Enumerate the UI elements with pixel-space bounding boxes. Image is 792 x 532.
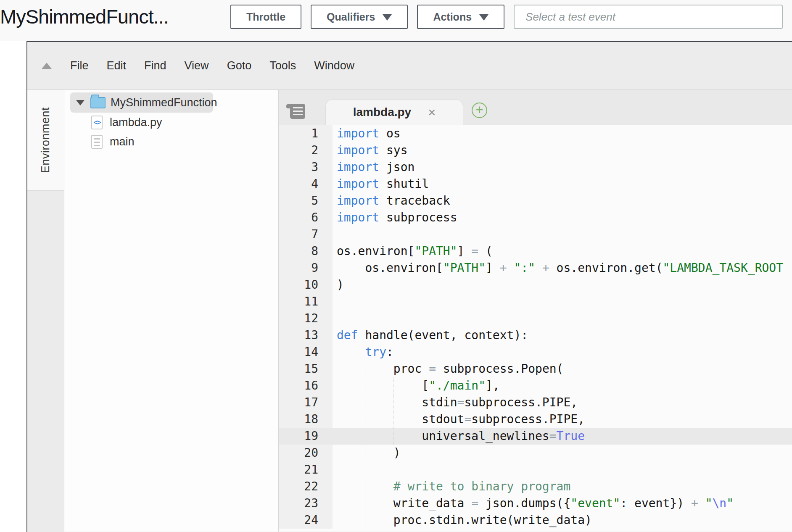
environment-sidebar: Environment xyxy=(27,90,64,532)
menu-window[interactable]: Window xyxy=(314,59,354,72)
tab-bar: lambda.py × + xyxy=(279,90,792,125)
code-line-17[interactable]: 17 stdin=subprocess.PIPE, xyxy=(279,394,792,411)
line-number: 9 xyxy=(279,260,333,277)
test-event-placeholder: Select a test event xyxy=(525,11,615,24)
tab-list-icon[interactable] xyxy=(290,104,305,119)
workspace: Environment MyShimmedFunction <>lambda.p… xyxy=(27,90,792,532)
code-line-23[interactable]: 23 write_data = json.dumps({"event": eve… xyxy=(279,495,792,512)
code-file-icon: <> xyxy=(91,116,103,129)
code-line-3[interactable]: 3import json xyxy=(279,159,792,176)
editor-pane: lambda.py × + 1import os2import sys3impo… xyxy=(279,90,792,532)
line-number: 2 xyxy=(279,142,333,159)
file-tree: MyShimmedFunction <>lambda.pymain xyxy=(64,90,279,532)
code-line-text: stdout=subprocess.PIPE, xyxy=(333,411,792,428)
folder-icon xyxy=(90,97,106,108)
indent-guide xyxy=(393,394,394,411)
code-line-7[interactable]: 7 xyxy=(279,226,792,243)
code-line-13[interactable]: 13def handle(event, context): xyxy=(279,327,792,344)
close-tab-icon[interactable]: × xyxy=(428,106,436,119)
code-line-9[interactable]: 9 os.environ["PATH"] + ":" + os.environ.… xyxy=(279,260,792,277)
indent-guide xyxy=(365,495,365,512)
code-line-4[interactable]: 4import shutil xyxy=(279,176,792,192)
code-line-text xyxy=(333,461,792,478)
menu-view[interactable]: View xyxy=(185,59,209,72)
menu-goto[interactable]: Goto xyxy=(227,59,252,72)
code-line-2[interactable]: 2import sys xyxy=(279,142,792,159)
disclosure-triangle-icon[interactable] xyxy=(76,100,84,105)
menu-tools[interactable]: Tools xyxy=(269,59,296,72)
code-line-11[interactable]: 11 xyxy=(279,293,792,310)
line-number: 3 xyxy=(279,159,333,176)
indent-guide xyxy=(365,394,365,411)
indent-guide xyxy=(365,377,365,394)
code-line-text: proc = subprocess.Popen( xyxy=(333,361,792,377)
line-number: 20 xyxy=(279,445,333,461)
code-line-10[interactable]: 10) xyxy=(279,277,792,293)
code-line-text: import os xyxy=(333,125,792,142)
line-number: 5 xyxy=(279,192,333,209)
indent-guide xyxy=(393,411,394,428)
code-line-text: def handle(event, context): xyxy=(333,327,792,344)
code-line-6[interactable]: 6import subprocess xyxy=(279,209,792,226)
code-line-21[interactable]: 21 xyxy=(279,461,792,478)
indent-guide xyxy=(365,428,365,445)
line-number: 7 xyxy=(279,226,333,243)
code-brackets-glyph: <> xyxy=(93,118,100,126)
code-line-19[interactable]: 19 universal_newlines=True xyxy=(279,428,792,445)
code-line-text: import shutil xyxy=(333,176,792,192)
text-file-icon xyxy=(91,135,103,149)
tree-file-main[interactable]: main xyxy=(91,132,278,151)
caret-down-icon xyxy=(479,14,488,21)
line-number: 22 xyxy=(279,478,333,495)
code-line-text: # write to binary program xyxy=(333,478,792,495)
code-line-text: os.environ["PATH"] = ( xyxy=(333,243,792,260)
menu-file[interactable]: File xyxy=(70,59,89,72)
menu-bar: FileEditFindViewGotoToolsWindow xyxy=(27,42,792,90)
code-line-12[interactable]: 12 xyxy=(279,310,792,327)
line-number: 15 xyxy=(279,361,333,377)
qualifiers-button[interactable]: Qualifiers xyxy=(311,5,408,29)
code-line-18[interactable]: 18 stdout=subprocess.PIPE, xyxy=(279,411,792,428)
line-number: 8 xyxy=(279,243,333,260)
code-line-text: proc.stdin.write(write_data) xyxy=(333,512,792,529)
new-tab-icon[interactable]: + xyxy=(472,103,487,118)
throttle-button[interactable]: Throttle xyxy=(230,5,301,29)
code-line-text: import traceback xyxy=(333,192,792,209)
code-line-8[interactable]: 8os.environ["PATH"] = ( xyxy=(279,243,792,260)
code-line-20[interactable]: 20 ) xyxy=(279,445,792,461)
line-number: 23 xyxy=(279,495,333,512)
environment-tab[interactable]: Environment xyxy=(27,90,64,191)
actions-button[interactable]: Actions xyxy=(417,5,504,29)
test-event-select[interactable]: Select a test event xyxy=(514,5,783,29)
folder-name: MyShimmedFunction xyxy=(111,96,217,109)
code-line-22[interactable]: 22 # write to binary program xyxy=(279,478,792,495)
collapse-menubar-icon[interactable] xyxy=(42,63,52,69)
header-actions: Throttle Qualifiers Actions Select a tes… xyxy=(230,5,783,29)
file-name: main xyxy=(110,135,135,148)
code-line-text: try: xyxy=(333,344,792,361)
menu-find[interactable]: Find xyxy=(144,59,166,72)
indent-guide xyxy=(365,361,365,377)
line-number: 12 xyxy=(279,310,333,327)
menu-edit[interactable]: Edit xyxy=(107,59,127,72)
line-number: 4 xyxy=(279,176,333,192)
line-number: 14 xyxy=(279,344,333,361)
code-line-text: ) xyxy=(333,445,792,461)
tree-folder-row[interactable]: MyShimmedFunction xyxy=(70,92,213,113)
code-line-5[interactable]: 5import traceback xyxy=(279,192,792,209)
code-line-16[interactable]: 16 ["./main"], xyxy=(279,377,792,394)
tab-lambda-py[interactable]: lambda.py × xyxy=(325,99,463,125)
code-line-14[interactable]: 14 try: xyxy=(279,344,792,361)
tree-file-lambda-py[interactable]: <>lambda.py xyxy=(91,113,278,132)
code-line-1[interactable]: 1import os xyxy=(279,125,792,142)
indent-guide xyxy=(393,377,394,394)
caret-down-icon xyxy=(383,14,392,21)
code-line-text: universal_newlines=True xyxy=(333,428,792,445)
environment-tab-label: Environment xyxy=(39,107,52,173)
code-line-24[interactable]: 24 proc.stdin.write(write_data) xyxy=(279,512,792,529)
code-editor[interactable]: 1import os2import sys3import json4import… xyxy=(279,125,792,532)
code-line-15[interactable]: 15 proc = subprocess.Popen( xyxy=(279,361,792,377)
code-line-text: os.environ["PATH"] + ":" + os.environ.ge… xyxy=(333,260,792,277)
code-line-text xyxy=(333,310,792,327)
file-name: lambda.py xyxy=(110,116,162,129)
